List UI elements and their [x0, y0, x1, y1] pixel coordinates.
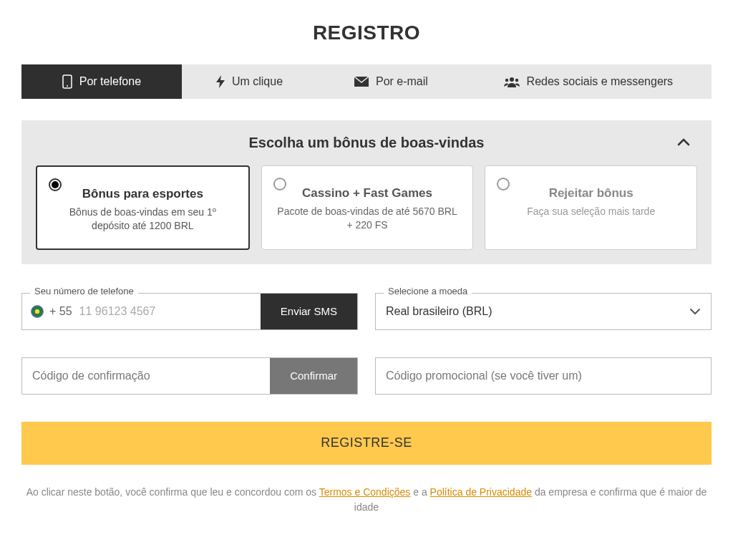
bonus-option-desc: Bônus de boas-vindas em seu 1º depósito …: [50, 206, 236, 233]
country-selector[interactable]: + 55: [22, 294, 79, 329]
tab-phone[interactable]: Por telefone: [21, 64, 182, 99]
svg-point-4: [505, 79, 508, 82]
bonus-option-reject[interactable]: Rejeitar bônus Faça sua seleção mais tar…: [485, 165, 697, 250]
disclaimer-part: e a: [410, 486, 429, 498]
currency-label: Selecione a moeda: [384, 286, 472, 296]
bonus-option-title: Rejeitar bônus: [498, 186, 684, 201]
chevron-up-icon[interactable]: [677, 137, 690, 150]
privacy-link[interactable]: Política de Privacidade: [430, 486, 532, 498]
confirm-button[interactable]: Confirmar: [270, 358, 357, 394]
register-button[interactable]: REGISTRE-SE: [21, 422, 712, 465]
bonus-option-title: Bônus para esportes: [50, 187, 236, 201]
tab-label: Redes sociais e messengers: [527, 75, 674, 88]
terms-link[interactable]: Termos e Condições: [319, 486, 411, 498]
phone-input[interactable]: [79, 294, 261, 329]
bonus-option-sports[interactable]: Bônus para esportes Bônus de boas-vindas…: [36, 165, 250, 250]
svg-point-1: [67, 85, 68, 87]
promo-code-input[interactable]: [375, 357, 712, 395]
bonus-option-casino[interactable]: Cassino + Fast Games Pacote de boas-vind…: [261, 165, 474, 250]
bonus-option-desc: Faça sua seleção mais tarde: [498, 205, 684, 218]
bonus-panel: Escolha um bônus de boas-vindas Bônus pa…: [21, 120, 712, 264]
currency-select[interactable]: Real brasileiro (BRL): [375, 293, 712, 330]
tab-one-click[interactable]: Um clique: [182, 64, 317, 99]
bolt-icon: [216, 75, 225, 88]
tab-label: Por telefone: [79, 75, 141, 88]
radio-icon: [49, 178, 62, 191]
registration-tabs: Por telefone Um clique Por e-mail Redes …: [21, 64, 712, 99]
svg-point-5: [515, 79, 518, 82]
bonus-option-title: Cassino + Fast Games: [275, 186, 460, 201]
page-title: REGISTRO: [21, 21, 712, 44]
phone-input-group: + 55 Enviar SMS: [21, 293, 358, 330]
phone-icon: [62, 74, 72, 89]
disclaimer-part: Ao clicar neste botão, você confirma que…: [26, 486, 319, 498]
users-icon: [504, 76, 520, 87]
tab-email[interactable]: Por e-mail: [317, 64, 465, 99]
send-sms-button[interactable]: Enviar SMS: [261, 294, 357, 329]
flag-br-icon: [31, 305, 44, 318]
svg-point-3: [510, 77, 514, 82]
mail-icon: [354, 77, 369, 87]
phone-prefix: + 55: [49, 305, 72, 318]
radio-icon: [273, 178, 286, 190]
tab-label: Por e-mail: [376, 75, 428, 88]
confirmation-code-input[interactable]: [22, 358, 270, 394]
bonus-option-desc: Pacote de boas-vindas de até 5670 BRL + …: [275, 205, 460, 232]
phone-label: Seu número de telefone: [30, 286, 138, 296]
tab-label: Um clique: [232, 75, 283, 88]
currency-value: Real brasileiro (BRL): [386, 305, 492, 318]
chevron-down-icon: [689, 305, 701, 318]
bonus-heading: Escolha um bônus de boas-vindas: [249, 135, 485, 151]
disclaimer-text: Ao clicar neste botão, você confirma que…: [21, 485, 712, 515]
confirmation-group: Confirmar: [21, 357, 358, 395]
tab-social[interactable]: Redes sociais e messengers: [465, 64, 712, 99]
bonus-options: Bônus para esportes Bônus de boas-vindas…: [36, 165, 697, 250]
